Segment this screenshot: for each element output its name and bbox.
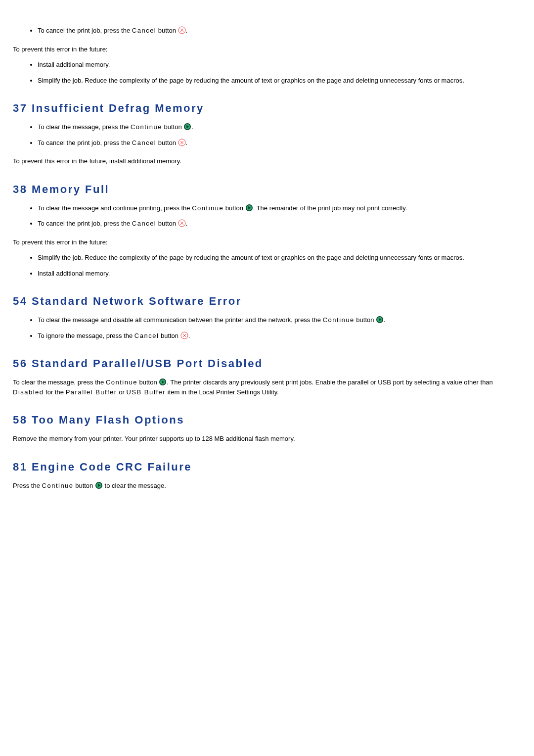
text: button <box>156 139 176 146</box>
text: To clear the message and continue printi… <box>38 204 192 212</box>
continue-label: Continue <box>106 378 137 386</box>
cancel-label: Cancel <box>132 220 156 227</box>
top-bullet-list: To cancel the print job, press the Cance… <box>13 26 521 36</box>
parallel-buffer-label: Parallel Buffer <box>66 388 117 396</box>
list-item: To cancel the print job, press the Cance… <box>38 26 521 36</box>
text: button <box>223 204 243 212</box>
continue-label: Continue <box>192 204 223 212</box>
text: to clear the message. <box>103 482 166 489</box>
section-37-list: To clear the message, press the Continue… <box>13 122 521 147</box>
text: button <box>355 316 374 324</box>
section-38-list: To clear the message and continue printi… <box>13 203 521 229</box>
text: To cancel the print job, press the <box>38 139 132 146</box>
text: To cancel the print job, press the <box>38 27 132 34</box>
paragraph: Remove the memory from your printer. You… <box>13 434 521 444</box>
continue-icon <box>159 378 167 386</box>
list-item: Install additional memory. <box>38 60 521 70</box>
cancel-icon <box>178 26 186 34</box>
text: item in the Local Printer Settings Utili… <box>166 388 279 396</box>
list-item: To clear the message and continue printi… <box>38 203 521 213</box>
section-38-prevent-list: Simplify the job. Reduce the complexity … <box>13 253 521 278</box>
prevent-list-1: Install additional memory. Simplify the … <box>13 60 521 85</box>
heading-58: 58 Too Many Flash Options <box>13 412 521 428</box>
list-item: To cancel the print job, press the Cance… <box>38 219 521 229</box>
text: . <box>186 27 188 34</box>
section-54-list: To clear the message and disable all com… <box>13 315 521 340</box>
text: button <box>162 123 182 131</box>
cancel-icon <box>178 139 186 146</box>
list-item: To clear the message and disable all com… <box>38 315 521 325</box>
text: button <box>159 332 178 339</box>
text: . <box>188 332 190 339</box>
text: To ignore the message, press the <box>38 332 134 339</box>
text: To clear the message and disable all com… <box>38 316 323 324</box>
text: . The printer discards any previously se… <box>167 378 493 386</box>
heading-56: 56 Standard Parallel/USB Port Disabled <box>13 355 521 372</box>
text: To clear the message, press the <box>38 123 131 131</box>
text: for the <box>44 388 66 396</box>
text: Press the <box>13 482 42 489</box>
continue-icon <box>245 204 253 212</box>
continue-icon <box>95 481 103 489</box>
paragraph: To prevent this error in the future: <box>13 237 521 247</box>
paragraph: To prevent this error in the future: <box>13 45 521 54</box>
cancel-label: Cancel <box>134 332 159 339</box>
text: . <box>191 123 193 131</box>
continue-icon <box>183 123 191 131</box>
text: To cancel the print job, press the <box>38 220 132 227</box>
text: To clear the message, press the <box>13 378 106 386</box>
text: . The remainder of the print job may not… <box>253 204 407 212</box>
usb-buffer-label: USB Buffer <box>126 388 166 396</box>
heading-54: 54 Standard Network Software Error <box>13 293 521 309</box>
list-item: Simplify the job. Reduce the complexity … <box>38 253 521 263</box>
cancel-label: Cancel <box>132 27 156 34</box>
disabled-label: Disabled <box>13 388 44 396</box>
continue-label: Continue <box>323 316 355 324</box>
continue-icon <box>376 316 384 324</box>
list-item: To cancel the print job, press the Cance… <box>38 138 521 148</box>
list-item: Simplify the job. Reduce the complexity … <box>38 76 521 86</box>
heading-37: 37 Insufficient Defrag Memory <box>13 100 521 116</box>
cancel-icon <box>180 331 188 339</box>
text: . <box>186 220 188 227</box>
heading-38: 38 Memory Full <box>13 181 521 197</box>
cancel-label: Cancel <box>132 139 156 146</box>
list-item: To ignore the message, press the Cancel … <box>38 331 521 341</box>
text: . <box>384 316 386 324</box>
text: button <box>156 27 176 34</box>
heading-81: 81 Engine Code CRC Failure <box>13 459 521 475</box>
text: button <box>74 482 93 489</box>
text: button <box>137 378 157 386</box>
text: or <box>117 388 127 396</box>
list-item: Install additional memory. <box>38 269 521 279</box>
paragraph: To clear the message, press the Continue… <box>13 378 521 397</box>
paragraph: Press the Continue button to clear the m… <box>13 481 521 491</box>
paragraph: To prevent this error in the future, ins… <box>13 156 521 166</box>
text: button <box>156 220 176 227</box>
text: . <box>186 139 188 146</box>
continue-label: Continue <box>131 123 162 131</box>
continue-label: Continue <box>42 482 74 489</box>
list-item: To clear the message, press the Continue… <box>38 122 521 132</box>
cancel-icon <box>178 219 186 227</box>
